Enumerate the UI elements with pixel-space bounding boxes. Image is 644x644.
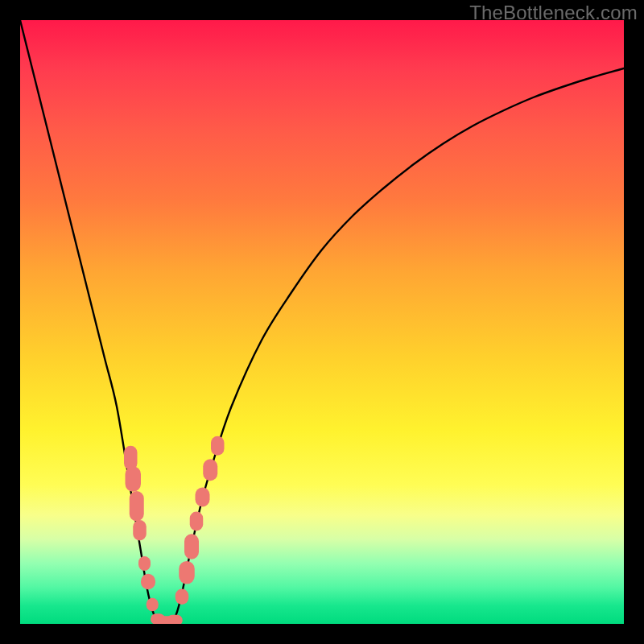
chart-svg [20, 20, 624, 624]
data-marker [184, 534, 199, 559]
data-marker [126, 466, 142, 492]
data-marker [175, 589, 189, 605]
data-marker [196, 488, 210, 507]
data-marker [130, 491, 144, 522]
chart-frame: TheBottleneck.com [0, 0, 644, 644]
data-marker [138, 556, 151, 571]
plot-area [20, 20, 624, 624]
data-markers [124, 436, 225, 624]
data-marker [211, 436, 225, 456]
data-marker [167, 615, 183, 624]
data-marker [124, 446, 138, 470]
data-marker [133, 520, 147, 541]
data-marker [141, 574, 155, 590]
data-marker [190, 512, 204, 531]
data-marker [203, 459, 217, 481]
bottleneck-curve [20, 20, 624, 624]
data-marker [179, 561, 195, 584]
data-marker [147, 598, 159, 612]
